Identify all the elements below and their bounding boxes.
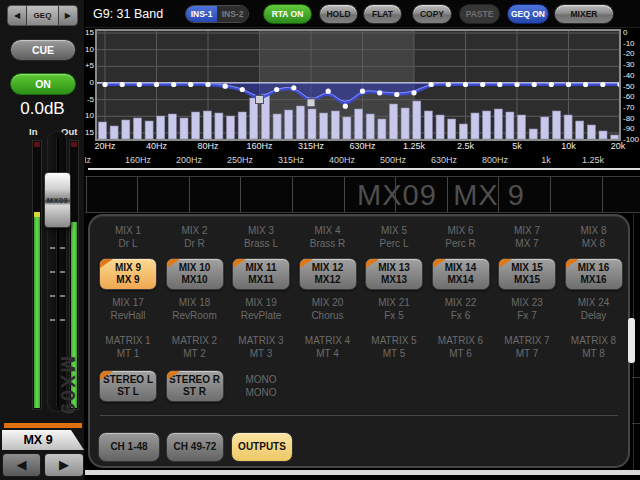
tab-ch-1-48[interactable]: CH 1-48 (98, 432, 160, 462)
geq-band-handle[interactable] (171, 82, 176, 87)
geq-band-handle[interactable] (411, 90, 416, 95)
freq-axis-label: 20Hz (87, 141, 123, 151)
fader-cap[interactable]: MX09 (44, 172, 71, 228)
freq-axis-label: 80Hz (190, 141, 226, 151)
geq-band-handle[interactable] (566, 82, 571, 87)
channel-button-stereo-r[interactable]: STEREO RST R (166, 370, 224, 402)
geq-band-handle[interactable] (360, 89, 365, 94)
geq-band-handle-selected[interactable] (307, 99, 315, 107)
fader-tick (50, 271, 55, 273)
flat-button[interactable]: FLAT (363, 4, 402, 24)
channel-option-mix-19: MIX 19RevPlate (228, 296, 294, 322)
strip-cell-border (292, 177, 293, 212)
geq-band-handle[interactable] (429, 82, 434, 87)
geq-band-handle[interactable] (549, 82, 554, 87)
channel-option-matrix-5: MATRIX 5MT 5 (361, 334, 427, 360)
geq-band-handle-selected[interactable] (256, 96, 264, 104)
band-range-indicator (88, 168, 640, 170)
copy-button[interactable]: COPY (412, 4, 452, 24)
geq-band-handle[interactable] (583, 82, 588, 87)
channel-option-mix-5: MIX 5Perc L (361, 224, 427, 250)
band-frequency-row: 125Hz160Hz200Hz250Hz315Hz400Hz500Hz630Hz… (85, 155, 640, 168)
geq-prev-button[interactable]: ◀ (8, 6, 27, 25)
rta-bar (145, 121, 153, 139)
channel-option-matrix-7: MATRIX 7MT 7 (494, 334, 560, 360)
rta-scale-label: -20 (623, 49, 635, 58)
channel-option-mix-4: MIX 4Brass R (295, 224, 361, 250)
geq-rta-graph[interactable] (96, 30, 620, 140)
mixer-button[interactable]: MIXER (554, 4, 614, 24)
geq-band-handle[interactable] (326, 89, 331, 94)
rta-bar (110, 126, 118, 139)
prev-channel-button[interactable]: ◀ (2, 453, 41, 477)
geq-band-handle[interactable] (240, 87, 245, 92)
geq-band-handle[interactable] (463, 82, 468, 87)
rta-scale-label: -30 (623, 60, 635, 69)
popup-divider (100, 415, 618, 416)
channel-option-mix-21: MIX 21Fx 5 (361, 296, 427, 322)
geq-band-handle[interactable] (137, 82, 142, 87)
geq-band-handle[interactable] (291, 85, 296, 90)
geq-band-handle[interactable] (497, 82, 502, 87)
geq-band-handle[interactable] (205, 82, 210, 87)
rta-bar (331, 111, 339, 139)
channel-button-mix-9[interactable]: MIX 9MX 9 (99, 258, 157, 290)
freq-axis-label: 40Hz (139, 141, 175, 151)
fader-tick (50, 319, 55, 321)
rta-on-button[interactable]: RTA ON (263, 4, 312, 24)
geq-band-handle[interactable] (532, 82, 537, 87)
popup-scrollbar[interactable] (628, 318, 635, 363)
rta-bar (424, 111, 432, 139)
geq-band-handle[interactable] (154, 82, 159, 87)
channel-button-mix-15[interactable]: MIX 15MX15 (498, 258, 556, 290)
geq-band-handle[interactable] (394, 92, 399, 97)
tab-ins-1[interactable]: INS-1 (186, 6, 217, 22)
band-freq-label: 500Hz (373, 155, 413, 165)
geq-on-button[interactable]: GEQ ON (507, 4, 549, 24)
cue-button[interactable]: CUE (10, 39, 76, 61)
strip-cell-border (498, 177, 499, 212)
channel-button-mix-16[interactable]: MIX 16MX16 (565, 258, 623, 290)
channel-button-mix-11[interactable]: MIX 11MX11 (232, 258, 290, 290)
tab-ins-2[interactable]: INS-2 (217, 6, 248, 22)
geq-band-handle[interactable] (343, 104, 348, 109)
geq-band-handle[interactable] (600, 82, 605, 87)
db-scale-label: +5 (85, 61, 94, 70)
channel-option-mix-17: MIX 17RevHall (95, 296, 161, 322)
channel-button-mix-12[interactable]: MIX 12MX12 (299, 258, 357, 290)
strip-cell-border (189, 177, 190, 212)
geq-band-handle[interactable] (480, 82, 485, 87)
fader-tick (50, 247, 55, 249)
channel-button-mix-14[interactable]: MIX 14MX14 (432, 258, 490, 290)
paste-button[interactable]: PASTE (459, 4, 500, 24)
geq-band-handle[interactable] (120, 82, 125, 87)
next-channel-button[interactable]: ▶ (44, 453, 84, 477)
fader-tick (60, 271, 65, 273)
geq-band-handle[interactable] (274, 87, 279, 92)
geq-band-handle[interactable] (514, 82, 519, 87)
channel-button-mix-13[interactable]: MIX 13MX13 (365, 258, 423, 290)
geq-next-button[interactable]: ▶ (59, 6, 77, 25)
rta-bar (483, 111, 491, 139)
on-button[interactable]: ON (10, 73, 76, 95)
channel-button-mix-10[interactable]: MIX 10MX10 (166, 258, 224, 290)
strip-cell-border (344, 177, 345, 212)
rta-bar (343, 117, 351, 139)
channel-id-watermark: MX09 (56, 356, 79, 416)
channel-option-mix-18: MIX 18RevRoom (162, 296, 228, 322)
hold-button[interactable]: HOLD (319, 4, 358, 24)
channel-option-mono: MONOMONO (228, 373, 294, 399)
band-freq-label: 200Hz (169, 155, 209, 165)
geq-band-handle[interactable] (223, 84, 228, 89)
geq-band-handle[interactable] (446, 82, 451, 87)
tab-ch-49-72[interactable]: CH 49-72 (166, 432, 224, 462)
tab-outputs[interactable]: OUTPUTS (231, 432, 293, 462)
rta-scale-label: -50 (623, 82, 635, 91)
geq-band-handle[interactable] (377, 90, 382, 95)
left-arrow-icon: ◀ (14, 11, 20, 20)
geq-band-handle[interactable] (188, 82, 193, 87)
rta-bar (227, 116, 235, 139)
geq-band-handle[interactable] (102, 82, 107, 87)
strip-cell-border (137, 177, 138, 212)
channel-button-stereo-l[interactable]: STEREO LST L (99, 370, 157, 402)
